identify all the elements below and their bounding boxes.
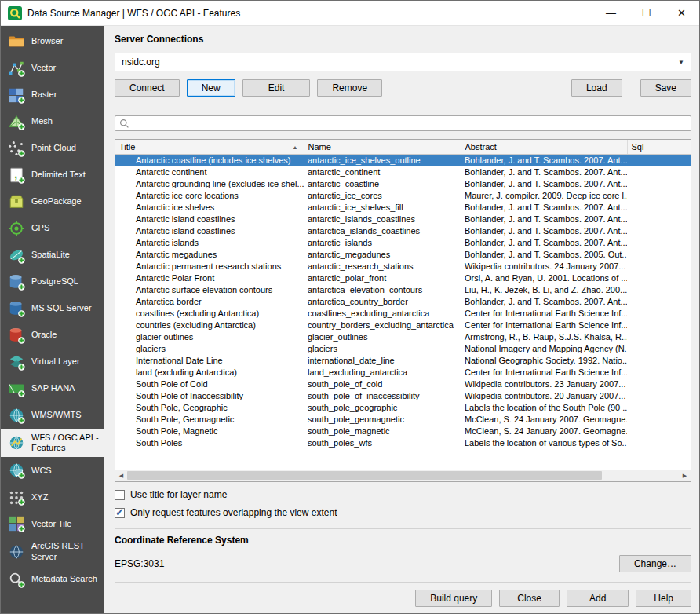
table-row[interactable]: Antarctic islandsantarctic_islandsBohlan… bbox=[115, 237, 691, 249]
sidebar-item-vector[interactable]: Vector bbox=[1, 55, 104, 82]
sidebar-item-metadata-search[interactable]: Metadata Search bbox=[1, 566, 104, 593]
sidebar-item-delimited-text[interactable]: ,Delimited Text bbox=[1, 162, 104, 188]
sidebar-item-geopackage[interactable]: GeoPackage bbox=[1, 188, 104, 215]
sidebar-item-point-cloud[interactable]: Point Cloud bbox=[1, 135, 104, 162]
table-row[interactable]: Antarctic island coastlinesantarctica_is… bbox=[115, 225, 691, 237]
overlap-checkbox[interactable] bbox=[115, 508, 125, 518]
table-header-row: Title▲ Name Abstract Sql bbox=[115, 140, 691, 155]
table-row[interactable]: Antarctic permanent research stationsant… bbox=[115, 261, 691, 272]
table-row[interactable]: Antarctic grounding line (excludes ice s… bbox=[115, 178, 691, 190]
window-title: Data Source Manager | WFS / OGC API - Fe… bbox=[27, 8, 240, 19]
use-title-option[interactable]: Use title for layer name bbox=[115, 489, 691, 500]
column-header-name[interactable]: Name bbox=[304, 140, 461, 155]
connection-select[interactable]: nsidc.org ▼ bbox=[115, 53, 691, 71]
table-row[interactable]: South Polessouth_poles_wfsLabels the loc… bbox=[115, 437, 691, 449]
horizontal-scrollbar[interactable]: ◀ ▶ bbox=[115, 470, 691, 481]
use-title-checkbox[interactable] bbox=[115, 490, 125, 500]
sidebar-item-vector-tile[interactable]: Vector Tile bbox=[1, 510, 104, 537]
table-row[interactable]: South Pole of Coldsouth_pole_of_coldWiki… bbox=[115, 378, 691, 390]
table-row[interactable]: glacier outlinesglacier_outlinesArmstron… bbox=[115, 331, 691, 343]
load-button[interactable]: Load bbox=[571, 79, 622, 97]
close-button[interactable]: Close bbox=[499, 590, 560, 607]
remove-button[interactable]: Remove bbox=[317, 79, 382, 97]
maximize-button[interactable]: ☐ bbox=[629, 1, 664, 25]
connect-button[interactable]: Connect bbox=[115, 79, 180, 97]
cell-abstract: Bohlander, J. and T. Scambos. 2007. Ant.… bbox=[461, 296, 627, 308]
cell-sql bbox=[627, 402, 691, 414]
arcgis-icon bbox=[7, 543, 26, 561]
cell-name: land_excluding_antarctica bbox=[304, 367, 461, 378]
column-header-sql[interactable]: Sql bbox=[627, 140, 691, 155]
sidebar-item-arcgis[interactable]: ArcGIS REST Server bbox=[1, 537, 104, 565]
table-row[interactable]: Antarctic surface elevation contoursanta… bbox=[115, 284, 691, 296]
close-window-button[interactable]: ✕ bbox=[664, 1, 699, 25]
table-row[interactable]: land (excluding Antarctica)land_excludin… bbox=[115, 367, 691, 378]
use-title-label: Use title for layer name bbox=[130, 489, 227, 500]
sidebar-item-postgresql[interactable]: PostgreSQL bbox=[1, 269, 104, 295]
table-row[interactable]: countries (excluding Antarctica)country_… bbox=[115, 320, 691, 331]
sidebar-item-xyz[interactable]: XYZ bbox=[1, 484, 104, 510]
help-button[interactable]: Help bbox=[636, 590, 691, 607]
sidebar-item-raster[interactable]: Raster bbox=[1, 82, 104, 108]
cell-name: south_pole_geographic bbox=[304, 402, 461, 414]
point-cloud-icon bbox=[7, 139, 26, 158]
new-button[interactable]: New bbox=[187, 79, 235, 97]
table-row[interactable]: South Pole, Geomagneticsouth_pole_geomag… bbox=[115, 414, 691, 426]
add-button[interactable]: Add bbox=[567, 590, 629, 607]
sap-hana-icon bbox=[7, 379, 26, 398]
cell-sql bbox=[627, 178, 691, 190]
sidebar-item-mesh[interactable]: Mesh bbox=[1, 108, 104, 135]
sidebar-item-wcs[interactable]: WCS bbox=[1, 457, 104, 484]
table-row[interactable]: glaciersglaciersNational Imagery and Map… bbox=[115, 343, 691, 355]
sidebar-item-wfs[interactable]: WFS / OGC API - Features bbox=[1, 429, 104, 457]
table-row[interactable]: South Pole, Geographicsouth_pole_geograp… bbox=[115, 402, 691, 414]
sidebar-item-sap-hana[interactable]: SAP HANA bbox=[1, 375, 104, 402]
sidebar-item-browser[interactable]: Browser bbox=[1, 28, 104, 55]
table-row[interactable]: Antarctic coastline (includes ice shelve… bbox=[115, 155, 691, 167]
table-row[interactable]: Antarctic Polar Frontantarctic_polar_fro… bbox=[115, 272, 691, 284]
crs-change-button[interactable]: Change… bbox=[619, 555, 691, 572]
cell-title: Antarctic ice core locations bbox=[115, 190, 304, 202]
sidebar-item-oracle[interactable]: Oracle bbox=[1, 322, 104, 349]
table-row[interactable]: Antarctica borderantarctica_country_bord… bbox=[115, 296, 691, 308]
scrollbar-thumb[interactable] bbox=[127, 471, 602, 480]
save-button[interactable]: Save bbox=[640, 79, 691, 97]
table-row[interactable]: Antarctic ice shelvesantarctic_ice_shelv… bbox=[115, 202, 691, 214]
sidebar-item-label: WCS bbox=[31, 466, 52, 476]
virtual-layer-icon bbox=[7, 353, 26, 371]
table-row[interactable]: coastlines (excluding Antarctica)coastli… bbox=[115, 308, 691, 320]
table-row[interactable]: International Date Lineinternational_dat… bbox=[115, 355, 691, 367]
table-row[interactable]: Antarctic island coastlinesantarctic_isl… bbox=[115, 214, 691, 225]
overlap-option[interactable]: Only request features overlapping the vi… bbox=[115, 507, 691, 518]
table-row[interactable]: South Pole, Magneticsouth_pole_magneticM… bbox=[115, 426, 691, 437]
cell-title: Antarctic megadunes bbox=[115, 249, 304, 261]
build-query-button[interactable]: Build query bbox=[415, 590, 492, 607]
cell-name: antarctic_ice_cores bbox=[304, 190, 461, 202]
sidebar-item-spatialite[interactable]: SpatiaLite bbox=[1, 242, 104, 269]
table-row[interactable]: Antarctic ice core locationsantarctic_ic… bbox=[115, 190, 691, 202]
cell-abstract: Bohlander, J. and T. Scambos. 2007. Ant.… bbox=[461, 202, 627, 214]
table-row[interactable]: Antarctic continentantarctic_continentBo… bbox=[115, 166, 691, 178]
sidebar-item-gps[interactable]: GPS bbox=[1, 215, 104, 242]
scroll-right-icon[interactable]: ▶ bbox=[679, 470, 691, 481]
column-header-abstract[interactable]: Abstract bbox=[461, 140, 627, 155]
scroll-left-icon[interactable]: ◀ bbox=[115, 470, 127, 481]
column-header-title[interactable]: Title▲ bbox=[115, 140, 304, 155]
sidebar-item-virtual-layer[interactable]: Virtual Layer bbox=[1, 349, 104, 375]
minimize-button[interactable]: — bbox=[593, 1, 629, 25]
table-row[interactable]: Antarctic megadunesantarctic_megadunesBo… bbox=[115, 249, 691, 261]
table-row[interactable]: South Pole of Inaccessibilitysouth_pole_… bbox=[115, 390, 691, 402]
sidebar-item-ms-sql-server[interactable]: MS SQL Server bbox=[1, 295, 104, 322]
cell-name: south_pole_of_cold bbox=[304, 378, 461, 390]
cell-title: Antarctic permanent research stations bbox=[115, 261, 304, 272]
sidebar-item-wms-wmts[interactable]: WMS/WMTS bbox=[1, 402, 104, 429]
edit-button[interactable]: Edit bbox=[242, 79, 311, 97]
sidebar-item-label: WFS / OGC API - Features bbox=[31, 433, 101, 453]
cell-title: South Pole, Magnetic bbox=[115, 426, 304, 437]
layer-filter-input[interactable] bbox=[133, 117, 687, 130]
cell-abstract: Bohlander, J. and T. Scambos. 2005. Out.… bbox=[461, 249, 627, 261]
cell-abstract: Labels the location of the South Pole (9… bbox=[461, 402, 627, 414]
cell-sql bbox=[627, 284, 691, 296]
cell-title: Antarctic island coastlines bbox=[115, 225, 304, 237]
sidebar-item-label: MS SQL Server bbox=[31, 303, 92, 313]
